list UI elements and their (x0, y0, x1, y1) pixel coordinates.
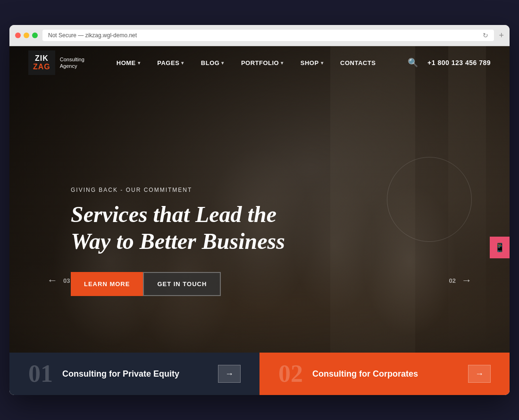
nav-menu: HOME ▾ PAGES ▾ BLOG ▾ (108, 59, 408, 66)
logo-zag: ZAG (33, 63, 50, 71)
next-slide-button[interactable]: → (461, 274, 472, 287)
chevron-down-icon: ▾ (321, 60, 324, 66)
service-num-0: 01 (28, 362, 53, 386)
chevron-down-icon: ▾ (138, 60, 141, 66)
nav-item-home: HOME ▾ (108, 59, 149, 66)
nav-link-home[interactable]: HOME ▾ (108, 59, 149, 66)
logo-zik: ZIK (35, 54, 49, 63)
logo-box: ZIK ZAG (28, 50, 55, 74)
service-arrow-1[interactable]: → (468, 365, 491, 383)
service-title-0: Consulting for Private Equity (62, 369, 209, 379)
nav-item-shop: SHOP ▾ (292, 59, 332, 66)
nav-item-pages: PAGES ▾ (149, 59, 193, 66)
chevron-down-icon: ▾ (181, 60, 184, 66)
slide-navigation: ← 03 02 → (9, 274, 510, 287)
new-tab-button[interactable]: + (499, 31, 504, 41)
service-cards: 01 Consulting for Private Equity → 02 Co… (9, 353, 510, 395)
nav-link-contacts[interactable]: CONTACTS (332, 59, 384, 66)
nav-right: 🔍 +1 800 123 456 789 (408, 58, 491, 68)
logo-link[interactable]: ZIK ZAG Consulting Agency (28, 50, 84, 74)
browser-window: Not Secure — zikzag.wgl-demo.net ↻ + ZIK… (9, 25, 510, 395)
nav-link-portfolio[interactable]: PORTFOLIO ▾ (233, 59, 292, 66)
prev-slide-button[interactable]: ← (47, 274, 58, 287)
slide-nav-left: ← 03 (47, 274, 70, 287)
browser-dots (15, 33, 38, 38)
logo-text: Consulting Agency (60, 56, 84, 70)
slide-number-right: 02 (449, 277, 456, 284)
website-content: ZIK ZAG Consulting Agency HOME ▾ (9, 46, 510, 395)
dot-minimize[interactable] (24, 33, 29, 38)
nav-link-pages[interactable]: PAGES ▾ (149, 59, 193, 66)
service-num-1: 02 (278, 362, 303, 386)
chevron-down-icon: ▾ (221, 60, 224, 66)
dot-close[interactable] (15, 33, 21, 38)
hero-subtitle: GIVING BACK - OUR COMMITMENT (71, 187, 316, 193)
hero-title: Services that Lead the Way to Better Bus… (71, 201, 316, 255)
service-title-1: Consulting for Corporates (312, 369, 459, 379)
url-text: Not Secure — zikzag.wgl-demo.net (48, 32, 137, 39)
address-bar[interactable]: Not Secure — zikzag.wgl-demo.net ↻ (42, 30, 494, 41)
navbar: ZIK ZAG Consulting Agency HOME ▾ (9, 46, 510, 79)
service-card-0[interactable]: 01 Consulting for Private Equity → (9, 353, 260, 395)
slide-nav-right: 02 → (449, 274, 472, 287)
refresh-icon[interactable]: ↻ (483, 32, 488, 39)
hero-section: GIVING BACK - OUR COMMITMENT Services th… (9, 46, 510, 353)
nav-item-blog: BLOG ▾ (193, 59, 233, 66)
dot-maximize[interactable] (32, 33, 38, 38)
chevron-down-icon: ▾ (281, 60, 284, 66)
nav-link-shop[interactable]: SHOP ▾ (292, 59, 332, 66)
nav-item-portfolio: PORTFOLIO ▾ (233, 59, 292, 66)
mobile-icon: 📱 (494, 243, 505, 252)
nav-link-blog[interactable]: BLOG ▾ (193, 59, 233, 66)
slide-number-left: 03 (63, 277, 70, 284)
service-card-1[interactable]: 02 Consulting for Corporates → (260, 353, 510, 395)
browser-chrome: Not Secure — zikzag.wgl-demo.net ↻ + (9, 25, 510, 46)
search-icon[interactable]: 🔍 (408, 58, 418, 68)
nav-item-contacts: CONTACTS (332, 59, 384, 66)
phone-number: +1 800 123 456 789 (427, 59, 491, 66)
floating-action-button[interactable]: 📱 (490, 237, 510, 258)
service-arrow-0[interactable]: → (218, 365, 241, 383)
